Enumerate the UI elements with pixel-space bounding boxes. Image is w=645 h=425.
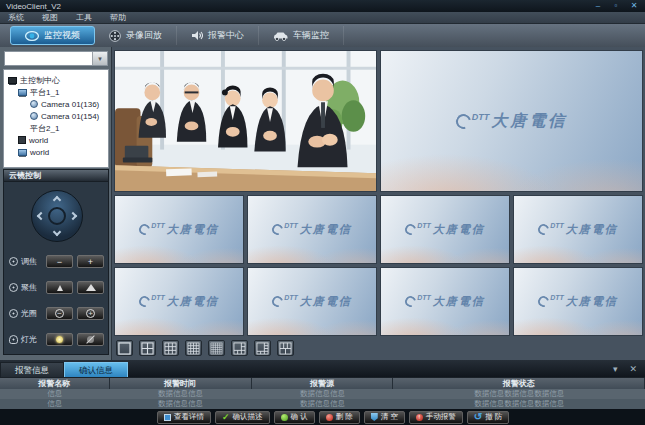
col-alarm-source: 报警源 xyxy=(252,378,394,389)
red-dot-icon xyxy=(326,414,333,421)
tree-item-label: 主控制中心 xyxy=(20,75,60,86)
crescent-icon xyxy=(403,222,418,237)
video-tile-placeholder[interactable]: DTT大唐電信 xyxy=(114,267,244,336)
minimize-button[interactable]: – xyxy=(593,1,603,11)
layout-16-icon xyxy=(187,342,200,355)
layout-9-button[interactable] xyxy=(162,340,179,356)
datang-logo: DTT大唐電信 xyxy=(405,294,485,309)
video-tile-placeholder[interactable]: DTT大唐電信 xyxy=(380,195,510,264)
menu-help[interactable]: 帮助 xyxy=(110,12,126,23)
video-tile-placeholder[interactable]: DTT大唐電信 xyxy=(380,50,643,192)
video-tile-placeholder[interactable]: DTT大唐電信 xyxy=(247,267,377,336)
focus-near-button[interactable] xyxy=(46,281,73,294)
zoom-out-button[interactable]: − xyxy=(46,255,73,268)
light-off-button[interactable] xyxy=(77,333,104,346)
close-button[interactable]: ✕ xyxy=(629,1,639,11)
ptz-dpad[interactable] xyxy=(31,190,83,242)
tree-item-camera-136[interactable]: Camera 01(136) xyxy=(4,98,108,110)
menu-view[interactable]: 视图 xyxy=(42,12,58,23)
layout-25-icon xyxy=(210,342,223,355)
focus-far-button[interactable] xyxy=(77,281,104,294)
ptz-row-label: 灯光 xyxy=(21,334,42,345)
col-alarm-name: 报警名称 xyxy=(0,378,110,389)
confirm-button[interactable]: 确 认 xyxy=(274,411,315,424)
arrow-up-icon[interactable] xyxy=(53,196,61,204)
view-details-button[interactable]: 查看详情 xyxy=(157,411,211,424)
cell-alarm-status: 数据信息数据信息数据信息 xyxy=(393,399,645,409)
tree-item-platform1[interactable]: 平台1_1 xyxy=(4,86,108,98)
tree-item-label: Camera 01(154) xyxy=(41,112,99,121)
tab-alarm-info[interactable]: 报警信息 xyxy=(0,362,64,377)
tree-item-platform2[interactable]: 平台2_1 xyxy=(4,122,108,134)
video-tile-placeholder[interactable]: DTT大唐電信 xyxy=(513,267,643,336)
video-tile-placeholder[interactable]: DTT大唐電信 xyxy=(247,195,377,264)
tree-item-label: world xyxy=(29,136,48,145)
tab-confirm-info[interactable]: 确认信息 xyxy=(64,362,128,377)
video-tile-placeholder[interactable]: DTT大唐電信 xyxy=(513,195,643,264)
zoom-in-button[interactable]: + xyxy=(77,255,104,268)
datang-logo: DTT大唐電信 xyxy=(272,294,352,309)
manual-alarm-button[interactable]: !手动报警 xyxy=(409,411,463,424)
dpad-center[interactable] xyxy=(48,207,66,225)
tab-playback[interactable]: 录像回放 xyxy=(95,26,177,45)
tab-label: 监控视频 xyxy=(44,29,80,42)
table-row[interactable]: 信息 数据信息信息 数据信息信息 数据信息数据信息数据信息 xyxy=(0,399,645,409)
menu-bar: 系统 视图 工具 帮助 xyxy=(0,12,645,24)
layout-25-button[interactable] xyxy=(208,340,225,356)
logo-abbr: DTT xyxy=(472,112,490,122)
delete-button[interactable]: 删 除 xyxy=(319,411,360,424)
tab-vehicle-monitor[interactable]: 车辆监控 xyxy=(259,26,344,45)
tab-alarm-center[interactable]: 报警中心 xyxy=(177,26,259,45)
ptz-row-label: 调焦 xyxy=(21,256,42,267)
crescent-icon xyxy=(270,222,285,237)
light-on-button[interactable] xyxy=(46,333,73,346)
logo-name: 大唐電信 xyxy=(433,294,485,309)
collapse-panel-icon[interactable]: ▾ xyxy=(613,364,618,374)
layout-16-button[interactable] xyxy=(185,340,202,356)
tab-label: 车辆监控 xyxy=(293,29,329,42)
logo-name: 大唐電信 xyxy=(566,294,618,309)
video-tile-placeholder[interactable]: DTT大唐電信 xyxy=(380,267,510,336)
manual-alarm-icon: ! xyxy=(416,414,423,421)
layout-6-button[interactable] xyxy=(277,340,294,356)
table-row[interactable]: 信息 数据信息信息 数据信息信息 数据信息数据信息数据信息 xyxy=(0,389,645,399)
layout-1-7-button[interactable] xyxy=(254,340,271,356)
arrow-down-icon[interactable] xyxy=(53,228,61,236)
menu-system[interactable]: 系统 xyxy=(8,12,24,23)
logo-abbr: DTT xyxy=(284,294,298,301)
disarm-button[interactable]: 撤 防 xyxy=(467,411,509,424)
close-panel-icon[interactable]: ✕ xyxy=(629,364,637,374)
crescent-icon xyxy=(536,222,551,237)
layout-1-button[interactable] xyxy=(116,340,133,356)
video-area: DTT大唐電信 DTT大唐電信 DTT大唐電信 DTT大唐電信 DTT大唐電信 … xyxy=(112,47,645,360)
alarm-tabs: 报警信息 确认信息 ▾ ✕ xyxy=(0,360,645,377)
combo-value xyxy=(5,52,92,65)
arrow-left-icon[interactable] xyxy=(37,212,45,220)
tree-item-control-center[interactable]: 主控制中心 xyxy=(4,74,108,86)
logo-name: 大唐電信 xyxy=(300,294,352,309)
iris-open-button[interactable] xyxy=(77,307,104,320)
panel-controls: ▾ ✕ xyxy=(613,364,645,377)
focus-near-icon xyxy=(57,285,63,291)
crescent-icon xyxy=(137,222,152,237)
layout-1-5-button[interactable] xyxy=(231,340,248,356)
logo-name: 大唐電信 xyxy=(167,294,219,309)
menu-tools[interactable]: 工具 xyxy=(76,12,92,23)
device-combo[interactable] xyxy=(4,51,108,66)
clear-button[interactable]: 清 空 xyxy=(364,411,405,424)
video-tile-live[interactable] xyxy=(114,50,377,192)
maximize-button[interactable]: ▫ xyxy=(611,1,621,11)
tree-item-camera-154[interactable]: Camera 01(154) xyxy=(4,110,108,122)
arrow-right-icon[interactable] xyxy=(69,212,77,220)
tab-monitor-video[interactable]: 监控视频 xyxy=(10,26,95,45)
iris-close-button[interactable] xyxy=(46,307,73,320)
ptz-row-label: 光圈 xyxy=(21,308,42,319)
tree-item-world-2[interactable]: world xyxy=(4,146,108,158)
confirm-description-button[interactable]: 确认描述 xyxy=(215,411,270,424)
layout-4-button[interactable] xyxy=(139,340,156,356)
green-dot-icon xyxy=(281,414,288,421)
check-icon xyxy=(222,412,230,422)
chevron-down-icon[interactable] xyxy=(92,52,107,65)
tree-item-world-1[interactable]: world xyxy=(4,134,108,146)
video-tile-placeholder[interactable]: DTT大唐電信 xyxy=(114,195,244,264)
